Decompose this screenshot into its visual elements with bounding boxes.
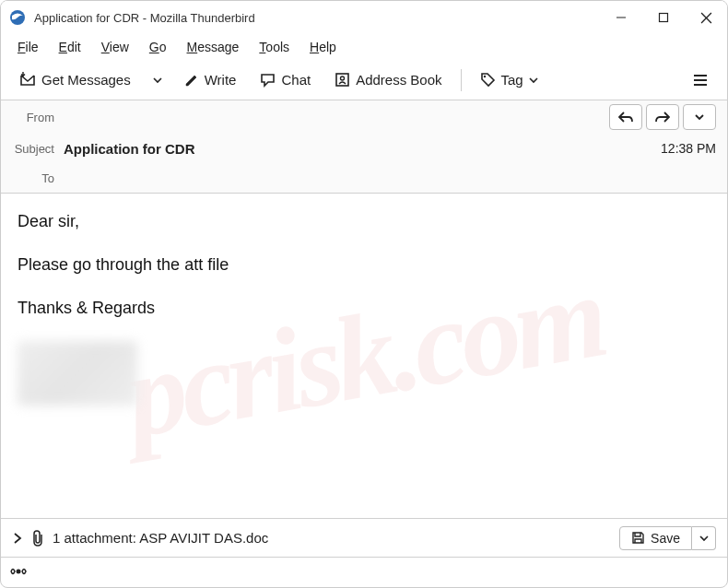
subject-label: Subject xyxy=(12,142,64,156)
attachment-text[interactable]: 1 attachment: ASP AVIJIT DAS.doc xyxy=(53,530,268,546)
more-actions-button[interactable] xyxy=(683,104,716,130)
menu-help[interactable]: Help xyxy=(300,37,346,57)
svg-point-7 xyxy=(483,76,485,77)
get-messages-button[interactable]: Get Messages xyxy=(10,66,140,94)
body-line-1: Dear sir, xyxy=(18,210,710,233)
thunderbird-icon xyxy=(8,8,27,27)
chat-icon xyxy=(260,72,276,88)
forward-icon xyxy=(655,111,670,123)
forward-button[interactable] xyxy=(646,104,679,130)
app-menu-button[interactable] xyxy=(683,66,718,94)
svg-rect-2 xyxy=(660,14,668,22)
chevron-down-icon xyxy=(695,112,704,122)
reply-button[interactable] xyxy=(609,104,642,130)
menu-tools[interactable]: Tools xyxy=(250,37,299,57)
get-messages-dropdown[interactable] xyxy=(146,70,170,90)
chevron-right-icon xyxy=(12,533,23,544)
save-label: Save xyxy=(651,531,680,546)
tag-label: Tag xyxy=(501,72,523,88)
attachment-expand[interactable] xyxy=(12,533,23,544)
reply-icon xyxy=(618,111,633,123)
title-bar: Application for CDR - Mozilla Thunderbir… xyxy=(1,1,727,34)
svg-point-6 xyxy=(341,76,345,80)
to-label: To xyxy=(12,171,64,185)
address-book-icon xyxy=(335,72,350,88)
from-label: From xyxy=(12,111,64,124)
menu-view[interactable]: View xyxy=(92,37,138,57)
chat-label: Chat xyxy=(281,72,311,88)
paperclip-icon xyxy=(30,530,45,547)
chat-button[interactable]: Chat xyxy=(251,66,320,93)
menu-bar: File Edit View Go Message Tools Help xyxy=(1,34,727,60)
tag-icon xyxy=(480,72,496,88)
address-book-label: Address Book xyxy=(356,72,441,88)
save-dropdown[interactable] xyxy=(692,526,716,550)
menu-message[interactable]: Message xyxy=(178,37,249,57)
toolbar-separator xyxy=(461,69,462,91)
hamburger-icon xyxy=(692,72,709,88)
menu-file[interactable]: File xyxy=(8,37,48,57)
body-line-2: Please go through the att file xyxy=(18,253,710,276)
save-icon xyxy=(631,531,645,545)
get-messages-label: Get Messages xyxy=(41,72,131,88)
download-icon xyxy=(19,72,36,88)
message-time: 12:38 PM xyxy=(661,141,716,156)
address-book-button[interactable]: Address Book xyxy=(325,66,451,93)
toolbar: Get Messages Write Chat Address Book Tag xyxy=(1,60,727,100)
menu-go[interactable]: Go xyxy=(140,37,176,57)
minimize-button[interactable] xyxy=(600,1,642,34)
subject-value: Application for CDR xyxy=(64,141,661,157)
signature-redacted xyxy=(18,341,137,406)
svg-point-11 xyxy=(17,569,21,573)
maximize-button[interactable] xyxy=(642,1,685,34)
save-attachment-button[interactable]: Save xyxy=(619,526,692,550)
body-line-3: Thanks & Regards xyxy=(18,297,710,320)
status-bar xyxy=(1,557,727,584)
close-button[interactable] xyxy=(685,1,727,34)
pencil-icon xyxy=(184,73,199,88)
tag-button[interactable]: Tag xyxy=(471,66,547,93)
attachment-bar: 1 attachment: ASP AVIJIT DAS.doc Save xyxy=(1,518,727,557)
message-header: From Subject Application for CDR 12:38 P… xyxy=(1,100,727,194)
write-label: Write xyxy=(205,72,237,88)
window-controls xyxy=(600,1,727,34)
write-button[interactable]: Write xyxy=(175,66,246,93)
chevron-down-icon xyxy=(699,534,709,543)
activity-indicator-icon[interactable] xyxy=(10,565,27,578)
chevron-down-icon xyxy=(529,76,538,85)
message-body: pcrisk.com Dear sir, Please go through t… xyxy=(1,194,727,518)
menu-edit[interactable]: Edit xyxy=(50,37,90,57)
window-title: Application for CDR - Mozilla Thunderbir… xyxy=(34,11,600,25)
